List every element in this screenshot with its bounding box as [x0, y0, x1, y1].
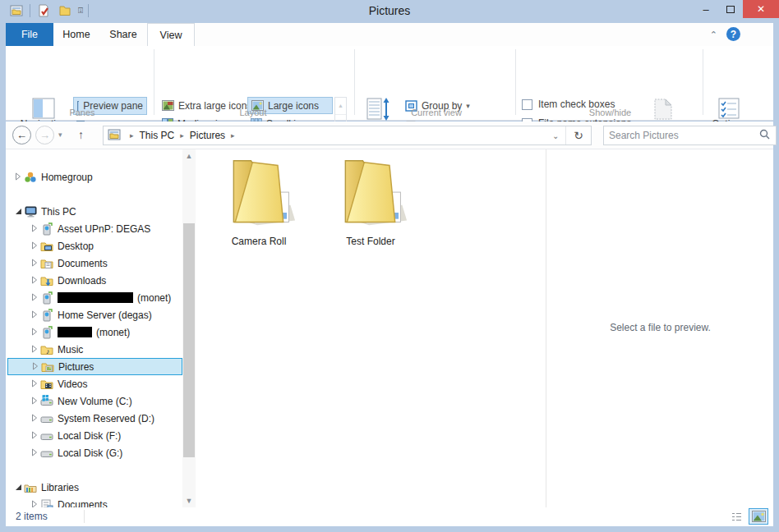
forward-button[interactable]: → [35, 126, 54, 144]
expand-collapsed-icon[interactable] [29, 327, 40, 338]
breadcrumb[interactable]: ▸ This PC ▸ Pictures ▸ ⌄ ↻ [103, 126, 592, 145]
file-name: Camera Roll [214, 236, 304, 247]
minimize-ribbon-chevron-icon[interactable]: ⌃ [710, 30, 717, 40]
sidebar-item-pictures[interactable]: Pictures [7, 358, 182, 375]
explorer-window: ⍗ Pictures – ✕ File Home Share View ⌃ ? … [0, 0, 779, 532]
help-icon[interactable]: ? [726, 27, 740, 41]
sidebar-item-downloads[interactable]: Downloads [6, 272, 182, 289]
breadcrumb-pictures[interactable]: Pictures [190, 130, 225, 141]
sidebar-item-this-pc[interactable]: This PC [6, 203, 182, 220]
details-view-toggle[interactable] [726, 508, 746, 525]
sidebar-item-videos[interactable]: Videos [6, 375, 182, 392]
sidebar-item-desktop[interactable]: Desktop [6, 237, 182, 255]
search-input[interactable] [604, 130, 759, 141]
desktop-folder-icon [40, 240, 55, 253]
expand-expanded-icon[interactable] [12, 206, 24, 218]
expand-collapsed-icon[interactable] [29, 258, 40, 269]
scroll-down-icon[interactable]: ▼ [182, 494, 196, 507]
tab-view[interactable]: View [147, 23, 195, 46]
preview-message: Select a file to preview. [547, 322, 773, 333]
redaction-bar [58, 327, 92, 337]
expand-expanded-icon[interactable] [12, 482, 24, 493]
expand-collapsed-icon[interactable] [29, 223, 40, 235]
sidebar-item-home-server[interactable]: Home Server (degas) [6, 306, 182, 323]
tree-item-label: Documents [55, 258, 108, 269]
expand-collapsed-icon[interactable] [29, 292, 40, 304]
sidebar-item-documents[interactable]: Documents [6, 255, 182, 272]
tree-item-label: Local Disk (F:) [55, 430, 121, 442]
expand-collapsed-icon[interactable] [29, 499, 40, 508]
up-button[interactable]: ↑ [78, 128, 84, 141]
expand-collapsed-icon[interactable] [29, 447, 40, 459]
sidebar-item-redacted-monet-2[interactable]: (monet) [6, 323, 182, 341]
tab-file[interactable]: File [6, 23, 53, 46]
maximize-icon [726, 6, 735, 13]
tree-scrollbar[interactable]: ▲ ▼ [182, 149, 196, 507]
scrollbar-thumb[interactable] [183, 223, 195, 457]
minimize-button[interactable]: – [694, 0, 718, 18]
items-count: 2 items [16, 511, 48, 522]
expand-collapsed-icon[interactable] [29, 310, 40, 321]
media-device-icon [40, 326, 55, 339]
expand-collapsed-icon[interactable] [29, 241, 40, 252]
title-bar[interactable]: ⍗ Pictures – ✕ [0, 0, 779, 23]
expand-collapsed-icon[interactable] [29, 378, 40, 390]
sidebar-item-libraries[interactable]: Libraries [6, 479, 182, 496]
main-area: Homegroup This PC Asset UPnP: DEGAS Desk… [6, 149, 773, 507]
close-button[interactable]: ✕ [743, 0, 779, 18]
tree-item-label: Desktop [55, 241, 94, 252]
tab-share[interactable]: Share [99, 23, 147, 46]
crumb-separator-icon: ▸ [124, 131, 140, 140]
pane-divider[interactable] [546, 149, 546, 507]
tree-item-label: Home Server (degas) [55, 310, 152, 321]
library-documents-icon [40, 498, 55, 508]
maximize-button[interactable] [718, 0, 743, 18]
file-tile-camera-roll[interactable]: Camera Roll [214, 156, 304, 247]
folder-icon [221, 156, 297, 232]
sidebar-item-libraries-documents[interactable]: Documents [6, 496, 182, 507]
expand-collapsed-icon[interactable] [29, 275, 40, 287]
expand-collapsed-icon[interactable] [30, 361, 41, 373]
address-dropdown-icon[interactable]: ⌄ [546, 131, 565, 140]
homegroup-icon [24, 171, 39, 184]
computer-icon [24, 205, 39, 218]
ribbon-tab-bar: File Home Share View ⌃ ? [6, 23, 773, 46]
group-separator [515, 49, 516, 115]
svg-text:♪: ♪ [46, 347, 50, 355]
sidebar-item-redacted-monet-1[interactable]: (monet) [6, 289, 182, 306]
sidebar-item-music[interactable]: ♪ Music [6, 341, 182, 358]
sidebar-item-local-disk-f[interactable]: Local Disk (F:) [6, 427, 182, 444]
sidebar-item-asset-upnp[interactable]: Asset UPnP: DEGAS [6, 220, 182, 237]
navigation-pane: Homegroup This PC Asset UPnP: DEGAS Desk… [6, 149, 182, 507]
sidebar-item-new-volume-c[interactable]: New Volume (C:) [6, 392, 182, 410]
tab-home[interactable]: Home [53, 23, 99, 46]
expand-collapsed-icon[interactable] [29, 413, 40, 424]
crumb-separator-icon: ▸ [174, 131, 190, 140]
music-folder-icon: ♪ [40, 343, 55, 356]
media-device-icon [40, 222, 55, 236]
tree-item-label: (monet) [135, 292, 171, 304]
tree-item-label: New Volume (C:) [55, 396, 132, 407]
back-button[interactable]: ← [12, 126, 31, 144]
scroll-up-icon[interactable]: ▲ [182, 149, 196, 163]
panes-group-label: Panes [17, 108, 147, 117]
show-hide-group-label: Show/hide [522, 108, 698, 117]
expand-collapsed-icon[interactable] [29, 344, 40, 355]
libraries-icon [24, 481, 39, 494]
breadcrumb-this-pc[interactable]: This PC [140, 130, 175, 141]
expand-collapsed-icon[interactable] [29, 396, 40, 407]
refresh-icon[interactable]: ↻ [566, 129, 591, 142]
windows-drive-icon [40, 395, 55, 408]
expand-collapsed-icon[interactable] [12, 172, 24, 183]
sidebar-item-local-disk-g[interactable]: Local Disk (G:) [6, 444, 182, 461]
sidebar-item-homegroup[interactable]: Homegroup [6, 168, 182, 186]
sidebar-item-system-reserved-d[interactable]: System Reserved (D:) [6, 410, 182, 427]
folder-icon [333, 156, 408, 232]
recent-locations-dropdown[interactable]: ▾ [58, 131, 62, 139]
search-box[interactable] [603, 126, 777, 145]
expand-collapsed-icon[interactable] [29, 430, 40, 442]
large-thumbnails-view-toggle[interactable] [749, 508, 768, 525]
search-icon[interactable] [759, 129, 776, 142]
tree-item-label: Local Disk (G:) [55, 447, 122, 459]
file-tile-test-folder[interactable]: Test Folder [325, 156, 416, 247]
